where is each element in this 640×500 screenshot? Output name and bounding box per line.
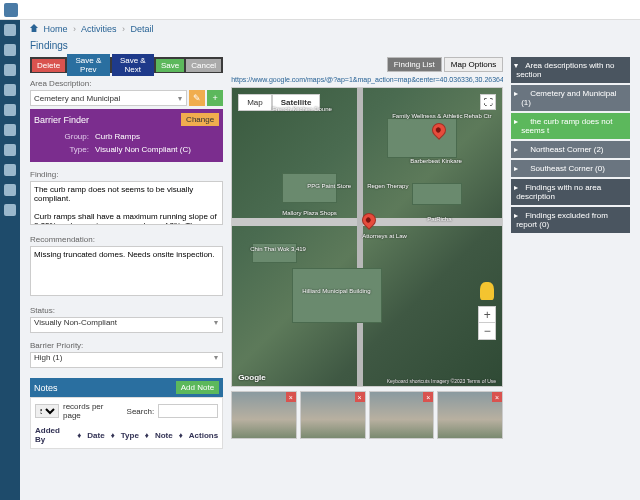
home-icon[interactable] [30,24,38,32]
panel-findings-excluded[interactable]: Findings excluded from report (0) [511,207,630,233]
notes-body: 5 records per page Search: Added By♦ Dat… [30,397,223,449]
notes-table-header: Added By♦ Date♦ Type♦ Note♦ Actions [35,426,218,444]
panel-area-no-section[interactable]: Area descriptions with no section [511,57,630,83]
middle-panel: Finding List Map Options https://www.goo… [231,57,503,449]
barrier-finder-panel: Barrier Finder Change Group:Curb Ramps T… [30,109,223,162]
records-per-page-select[interactable]: 5 [35,404,59,418]
crumb-activities[interactable]: Activities [81,24,117,34]
zoom-in-button[interactable]: + [479,307,495,323]
crumb-detail[interactable]: Detail [131,24,154,34]
recommendation-textarea[interactable]: Missing truncated domes. Needs onsite in… [30,246,223,296]
panel-item-curb-ramp[interactable]: the curb ramp does not seems t [511,113,630,139]
panel-item-northeast[interactable]: Northeast Corner (2) [511,141,630,158]
add-note-button[interactable]: Add Note [176,381,219,394]
area-add-button[interactable]: + [207,90,223,106]
barrier-type-value: Visually Non Compliant (C) [95,145,191,154]
notes-title: Notes [34,383,58,393]
photo-thumb[interactable]: × [369,391,435,439]
area-edit-button[interactable]: ✎ [189,90,205,106]
nav-icon[interactable] [4,204,16,216]
panel-item-cemetery[interactable]: Cemetery and Municipal (1) [511,85,630,111]
barrier-finder-title: Barrier Finder [34,115,89,125]
nav-icon[interactable] [4,184,16,196]
photo-thumb[interactable]: × [231,391,297,439]
crumb-home[interactable]: Home [44,24,68,34]
finding-list-tab[interactable]: Finding List [387,57,442,72]
main-area: Home › Activities › Detail Findings Dele… [20,20,640,500]
nav-icon[interactable] [4,104,16,116]
nav-icon[interactable] [4,64,16,76]
nav-icon[interactable] [4,124,16,136]
top-bar [0,0,640,20]
panel-item-southeast[interactable]: Southeast Corner (0) [511,160,630,177]
zoom-controls: + − [478,306,496,340]
nav-icon[interactable] [4,84,16,96]
nav-icon[interactable] [4,44,16,56]
app-logo [4,3,18,17]
notes-header: Notes Add Note [30,378,223,397]
thumb-delete-icon[interactable]: × [492,392,502,402]
status-select[interactable]: Visually Non-Compliant [30,317,223,333]
recommendation-label: Recommendation: [30,235,223,244]
left-panel: Delete Save & Prev Save & Next Save Canc… [30,57,223,449]
map-view[interactable]: Map Satellite ⛶ French Kitchen Doune Fam… [231,87,503,387]
left-nav-sidebar [0,20,20,500]
thumb-delete-icon[interactable]: × [355,392,365,402]
priority-select[interactable]: High (1) [30,352,223,368]
right-panel: Area descriptions with no section Cemete… [511,57,630,449]
save-next-button[interactable]: Save & Next [112,54,154,76]
barrier-group-value: Curb Ramps [95,132,140,141]
nav-icon[interactable] [4,144,16,156]
photo-thumbnails: × × × × [231,391,503,439]
map-tab-map[interactable]: Map [238,94,272,111]
finding-label: Finding: [30,170,223,179]
thumb-delete-icon[interactable]: × [423,392,433,402]
fullscreen-icon[interactable]: ⛶ [480,94,496,110]
map-options-tab[interactable]: Map Options [444,57,503,72]
cancel-button[interactable]: Cancel [186,59,221,72]
breadcrumb: Home › Activities › Detail [20,20,640,38]
pegman-icon[interactable] [480,282,494,300]
map-attribution: Keyboard shortcuts Imagery ©2023 Terms o… [387,378,496,384]
panel-findings-no-area[interactable]: Findings with no area description [511,179,630,205]
barrier-change-button[interactable]: Change [181,113,219,126]
nav-icon[interactable] [4,164,16,176]
photo-thumb[interactable]: × [437,391,503,439]
delete-button[interactable]: Delete [32,59,65,72]
photo-thumb[interactable]: × [300,391,366,439]
thumb-delete-icon[interactable]: × [286,392,296,402]
status-label: Status: [30,306,223,315]
google-logo: Google [238,373,266,382]
area-description-select[interactable]: Cemetery and Municipal [30,90,187,106]
zoom-out-button[interactable]: − [479,323,495,339]
save-button[interactable]: Save [156,59,184,72]
priority-label: Barrier Priority: [30,341,223,350]
notes-search-input[interactable] [158,404,218,418]
map-url: https://www.google.com/maps/@?ap=1&map_a… [231,75,503,85]
nav-icon[interactable] [4,24,16,36]
finding-textarea[interactable]: The curb ramp does not seems to be visua… [30,181,223,225]
area-description-label: Area Description: [30,79,223,88]
action-bar: Delete Save & Prev Save & Next Save Canc… [30,57,223,73]
save-prev-button[interactable]: Save & Prev [67,54,109,76]
